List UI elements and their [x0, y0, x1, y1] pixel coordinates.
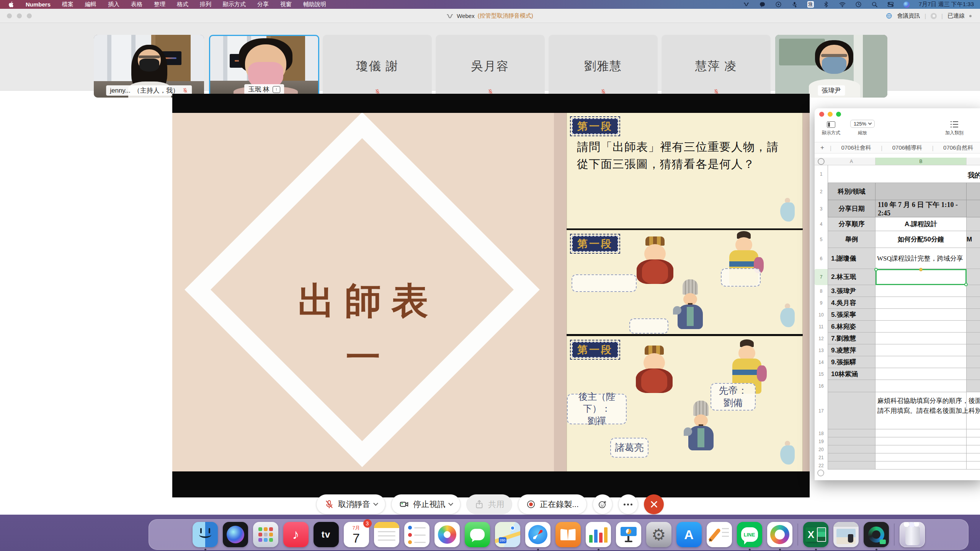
- bluetooth-icon[interactable]: [823, 1, 830, 8]
- table-handle[interactable]: [818, 158, 825, 165]
- cell-a16[interactable]: [828, 380, 875, 392]
- row-number[interactable]: 17: [815, 392, 828, 429]
- cell-c6[interactable]: [967, 248, 980, 269]
- title-row-cell[interactable]: 我的: [828, 165, 980, 183]
- menu-item[interactable]: 排列: [200, 1, 211, 8]
- row-number[interactable]: 13: [815, 344, 828, 356]
- dock-calendar-icon[interactable]: 3 7月 7: [344, 522, 369, 547]
- column-header-c[interactable]: [967, 158, 980, 165]
- row-number[interactable]: 22: [815, 461, 828, 469]
- row-number[interactable]: 1: [815, 165, 828, 183]
- recording-indicator-icon[interactable]: [931, 13, 937, 19]
- cell-c3[interactable]: [967, 200, 980, 217]
- dock-music-icon[interactable]: ♪: [283, 522, 309, 547]
- cell-c[interactable]: [967, 321, 980, 333]
- menu-item[interactable]: 分享: [257, 1, 269, 8]
- row-number-selected[interactable]: 7: [815, 269, 828, 285]
- dock-minimized-window-icon[interactable]: [833, 522, 859, 547]
- zoom-window-button[interactable]: [836, 112, 841, 117]
- cell-c[interactable]: [967, 309, 980, 321]
- wifi-icon[interactable]: [839, 1, 846, 8]
- cell-a[interactable]: [828, 437, 875, 445]
- cell-a4[interactable]: 分享順序: [828, 217, 875, 231]
- cell-a[interactable]: 9.張振驛: [828, 356, 875, 368]
- window-controls[interactable]: [819, 112, 841, 117]
- zoom-control[interactable]: 125% 縮放: [845, 118, 880, 136]
- sheet-tab-science[interactable]: 0706自然科: [934, 144, 980, 152]
- dock-tv-icon[interactable]: tv: [314, 522, 339, 547]
- row-number[interactable]: 21: [815, 453, 828, 461]
- voice-control-icon[interactable]: [791, 1, 798, 8]
- menu-item[interactable]: 輔助說明: [303, 1, 326, 8]
- row-number[interactable]: 15: [815, 368, 828, 380]
- column-header-a[interactable]: A: [828, 158, 875, 165]
- row-number[interactable]: 14: [815, 356, 828, 368]
- row-number[interactable]: 11: [815, 321, 828, 333]
- participant-name-tile[interactable]: 吳月容: [436, 35, 545, 98]
- cell-a[interactable]: [828, 461, 875, 469]
- row-number[interactable]: 4: [815, 217, 828, 231]
- menu-item[interactable]: 視窗: [280, 1, 292, 8]
- row-number[interactable]: 16: [815, 380, 828, 392]
- cell-c5[interactable]: M: [967, 231, 980, 248]
- reactions-button[interactable]: [593, 494, 612, 514]
- participant-name-tile[interactable]: 慧萍 凌: [662, 35, 771, 98]
- chevron-down-icon[interactable]: [373, 501, 378, 506]
- dock-keynote-icon[interactable]: [616, 522, 641, 547]
- cell-c[interactable]: [967, 461, 980, 469]
- dock-messages-icon[interactable]: [465, 522, 490, 547]
- dock-reminders-icon[interactable]: [404, 522, 430, 547]
- cell-b3[interactable]: 110 年 7 月 6 日 下午 1:10 - 2:45: [875, 200, 967, 217]
- dock-app-store-icon[interactable]: A: [676, 522, 702, 547]
- menu-item[interactable]: 顯示方式: [223, 1, 246, 8]
- cell-b17-note[interactable]: 麻煩科召協助填寫分享的順序，後面 請不用填寫。請在檔名後面加上科別: [875, 392, 967, 429]
- add-category-button[interactable]: 加入類別: [937, 120, 972, 136]
- cell-b[interactable]: [875, 333, 967, 344]
- cell-b[interactable]: [875, 429, 967, 437]
- add-sheet-button[interactable]: +: [815, 144, 830, 152]
- cell-c17[interactable]: [967, 392, 980, 429]
- cell-a[interactable]: 9.凌慧萍: [828, 344, 875, 356]
- minimize-window-button[interactable]: [828, 112, 833, 117]
- apple-menu-icon[interactable]: [8, 1, 14, 8]
- more-options-button[interactable]: [618, 494, 638, 514]
- menu-item[interactable]: 整理: [154, 1, 165, 8]
- cell-c16[interactable]: [967, 380, 980, 392]
- view-button[interactable]: 顯示方式: [818, 120, 844, 136]
- row-number[interactable]: 10: [815, 309, 828, 321]
- chevron-down-icon[interactable]: [448, 501, 453, 506]
- close-window-button[interactable]: [819, 112, 824, 117]
- video-tile-chang-wei-yin[interactable]: 張瑋尹: [775, 35, 887, 98]
- participant-name-tile[interactable]: 瓊儀 謝: [323, 35, 432, 98]
- input-method-icon[interactable]: 注: [807, 1, 814, 8]
- cell-a17[interactable]: [828, 392, 875, 429]
- leave-meeting-button[interactable]: [644, 494, 664, 514]
- dock-pages-icon[interactable]: [707, 522, 732, 547]
- dock-safari-icon[interactable]: [525, 522, 550, 547]
- line-status-icon[interactable]: [759, 1, 766, 8]
- cell-a[interactable]: [828, 429, 875, 437]
- cell-a5[interactable]: 舉例: [828, 231, 875, 248]
- cell-b2[interactable]: [875, 183, 967, 200]
- sheet-tab-counseling[interactable]: 0706輔導科: [882, 144, 932, 152]
- dock-maps-icon[interactable]: 280: [495, 522, 520, 547]
- cell-b[interactable]: [875, 461, 967, 469]
- cell-c[interactable]: [967, 297, 980, 309]
- cell-a7[interactable]: 2.林玉珉: [828, 269, 875, 285]
- row-number[interactable]: 12: [815, 333, 828, 344]
- screen-mirroring-icon[interactable]: [775, 1, 782, 8]
- row-number[interactable]: 19: [815, 437, 828, 445]
- menu-bar-clock[interactable]: 7月7日 週三 下午1:33: [919, 1, 974, 8]
- cell-a[interactable]: 10林紫涵: [828, 368, 875, 380]
- selection-handle[interactable]: [919, 268, 923, 271]
- menu-item[interactable]: 編輯: [85, 1, 96, 8]
- row-number[interactable]: 18: [815, 429, 828, 437]
- cell-a[interactable]: [828, 453, 875, 461]
- meeting-info-link[interactable]: 會議資訊: [897, 12, 920, 20]
- menu-item[interactable]: 檔案: [62, 1, 74, 8]
- cell-a[interactable]: 7.劉雅慧: [828, 333, 875, 344]
- unmute-button[interactable]: 取消靜音: [316, 494, 385, 514]
- menu-item[interactable]: 表格: [131, 1, 142, 8]
- menu-item[interactable]: 格式: [177, 1, 188, 8]
- dock-launchpad-icon[interactable]: [253, 522, 278, 547]
